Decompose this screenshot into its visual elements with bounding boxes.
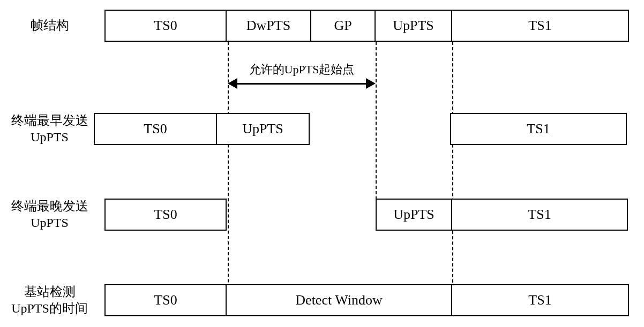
timeline-frame-structure: TS0 DwPTS GP UpPTS TS1 (104, 10, 629, 42)
block-ts1-earliest: TS1 (450, 113, 627, 145)
block-uppts: UpPTS (376, 10, 452, 42)
row-earliest-send: 终端最早发送 UpPTS TS0 UpPTS TS1 (0, 112, 627, 146)
arrow-allowed-range (228, 78, 376, 90)
guide-line-uppts-end (452, 42, 453, 283)
block-dwpts: DwPTS (227, 10, 311, 42)
block-ts0: TS0 (104, 10, 227, 42)
annotation-allowed-start: 允许的UpPTS起始点 (228, 62, 376, 78)
block-gp: GP (311, 10, 376, 42)
row-frame-structure: 帧结构 TS0 DwPTS GP UpPTS TS1 (0, 10, 629, 42)
timeline-earliest: TS0 UpPTS TS1 (94, 113, 627, 145)
block-ts1-detect: TS1 (452, 284, 629, 316)
timeline-detect: TS0 Detect Window TS1 (104, 284, 629, 316)
arrowhead-right-icon (366, 78, 376, 89)
block-detect-window: Detect Window (227, 284, 452, 316)
timeline-latest: TS0 UpPTS TS1 (104, 199, 628, 231)
block-uppts-earliest: UpPTS (216, 113, 310, 145)
block-ts1: TS1 (452, 10, 629, 42)
arrow-line (234, 83, 369, 85)
block-uppts-latest: UpPTS (376, 199, 452, 231)
row-detect-window: 基站检测 UpPTS的时间 TS0 Detect Window TS1 (0, 284, 629, 317)
row-latest-send: 终端最晚发送 UpPTS TS0 UpPTS TS1 (0, 198, 628, 231)
block-ts0-earliest: TS0 (94, 113, 217, 145)
block-ts0-detect: TS0 (104, 284, 227, 316)
label-detect-time: 基站检测 UpPTS的时间 (0, 284, 104, 317)
block-ts1-latest: TS1 (451, 199, 628, 231)
label-earliest-send: 终端最早发送 UpPTS (0, 112, 104, 146)
label-latest-send: 终端最晚发送 UpPTS (0, 198, 104, 231)
label-frame-structure: 帧结构 (0, 17, 104, 34)
block-ts0-latest: TS0 (104, 199, 227, 231)
